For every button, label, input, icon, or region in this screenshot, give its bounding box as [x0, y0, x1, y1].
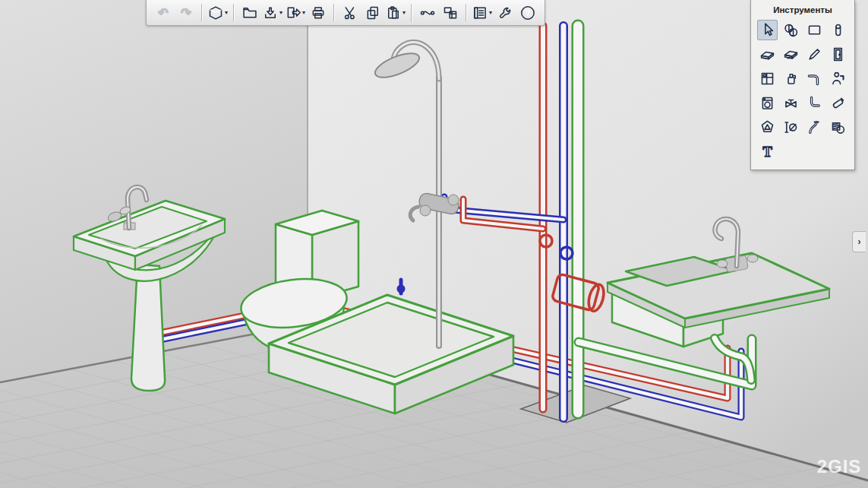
tool-text[interactable] — [757, 141, 778, 162]
print-button[interactable] — [307, 2, 330, 23]
help-button[interactable] — [516, 2, 539, 23]
joint-tool-icon — [806, 95, 822, 111]
panel-toggle-button[interactable]: › — [852, 231, 866, 252]
redo-icon — [178, 5, 194, 21]
import-icon — [263, 5, 278, 21]
paste-button[interactable]: ▾ — [384, 2, 407, 23]
paste-icon — [386, 5, 401, 21]
copy-button[interactable] — [361, 2, 384, 23]
toolbar: ▾▾▾▾▾ — [146, 0, 545, 26]
tool-cylinder[interactable] — [828, 20, 848, 40]
select-tool-icon — [759, 22, 775, 38]
stamp-tool-icon — [830, 119, 846, 135]
help-icon — [520, 5, 535, 21]
toolbar-separator — [466, 4, 467, 22]
tool-pipe-joint[interactable] — [804, 93, 825, 113]
tool-marker[interactable] — [828, 93, 848, 113]
scenes-button[interactable] — [439, 2, 462, 23]
layers-icon — [472, 5, 488, 21]
copy-icon — [365, 5, 380, 21]
person-tool-icon — [830, 71, 846, 87]
pencil-tool-icon — [806, 46, 822, 62]
door-tool-icon — [830, 46, 846, 62]
tool-fixture[interactable] — [828, 68, 848, 89]
appliance-tool-icon — [759, 95, 775, 111]
tool-pump[interactable] — [781, 68, 801, 89]
tool-orbit[interactable] — [781, 20, 801, 40]
marker-tool-icon — [830, 95, 846, 111]
dropdown-arrow-icon[interactable]: ▾ — [489, 10, 492, 16]
tool-pipe-elbow[interactable] — [804, 68, 825, 89]
curvepipe-tool-icon — [806, 119, 822, 135]
tool-rectangle[interactable] — [804, 20, 825, 40]
orbit-tool-icon — [783, 22, 799, 38]
tool-slab-offset[interactable] — [781, 44, 801, 65]
toolbar-separator — [333, 4, 335, 22]
tool-appliance[interactable] — [757, 93, 778, 113]
tool-select[interactable] — [757, 20, 778, 40]
spline-icon — [420, 5, 435, 21]
print-icon — [311, 5, 326, 21]
toolbar-separator — [233, 4, 235, 22]
slab-tool-icon — [759, 46, 775, 62]
dropdown-arrow-icon[interactable]: ▾ — [302, 10, 305, 16]
cut-button[interactable] — [339, 2, 361, 23]
tool-dimension[interactable] — [781, 117, 801, 138]
export-icon — [286, 5, 301, 21]
tool-grid — [757, 20, 848, 162]
cylinder-tool-icon — [830, 22, 846, 38]
views-cube-button[interactable]: ▾ — [207, 2, 229, 23]
tool-pipe-curve[interactable] — [804, 117, 825, 138]
app-window: 2GIS ▾▾▾▾▾ Инструменты › ↶ ↷ ? — [0, 0, 868, 488]
tools-palette: Инструменты — [750, 0, 855, 170]
dropdown-arrow-icon[interactable]: ▾ — [279, 10, 282, 16]
undo-button[interactable] — [152, 2, 175, 23]
tool-pencil[interactable] — [804, 44, 825, 65]
spline-path-button[interactable] — [416, 2, 439, 23]
redo-button[interactable] — [175, 2, 197, 23]
cut-icon — [342, 5, 358, 21]
layers-button[interactable]: ▾ — [471, 2, 494, 23]
wrench-icon — [497, 5, 513, 21]
cube-icon — [208, 5, 223, 21]
import-button[interactable]: ▾ — [261, 2, 284, 23]
tool-clone-stamp[interactable] — [828, 117, 848, 138]
export-button[interactable]: ▾ — [284, 2, 307, 23]
palette-title: Инструменты — [757, 5, 848, 14]
undo-icon — [156, 5, 171, 21]
dropdown-arrow-icon[interactable]: ▾ — [225, 10, 228, 16]
toolbar-separator — [411, 4, 412, 22]
tool-window[interactable] — [757, 68, 778, 89]
dimension-tool-icon — [783, 119, 799, 135]
window-tool-icon — [759, 71, 775, 87]
tool-door[interactable] — [828, 44, 848, 65]
rectangle-tool-icon — [806, 22, 822, 38]
text-tool-icon — [759, 144, 775, 160]
chevron-right-icon: › — [858, 236, 861, 247]
settings-button[interactable] — [494, 2, 516, 23]
valve-tool-icon — [783, 95, 799, 111]
tool-slab[interactable] — [757, 44, 778, 65]
elbow-tool-icon — [806, 71, 822, 87]
dropdown-arrow-icon[interactable]: ▾ — [402, 10, 406, 16]
pump-tool-icon — [783, 71, 799, 87]
viewport-3d[interactable]: 2GIS — [0, 0, 868, 488]
slab2-tool-icon — [783, 46, 799, 62]
scenes-icon — [443, 5, 458, 21]
tool-valve[interactable] — [781, 93, 801, 113]
folder-icon — [242, 5, 257, 21]
open-button[interactable] — [238, 2, 261, 23]
watermark: 2GIS — [817, 456, 862, 477]
polygon-tool-icon — [759, 119, 775, 135]
tool-polyhedron[interactable] — [757, 117, 778, 138]
toolbar-separator — [201, 4, 203, 22]
